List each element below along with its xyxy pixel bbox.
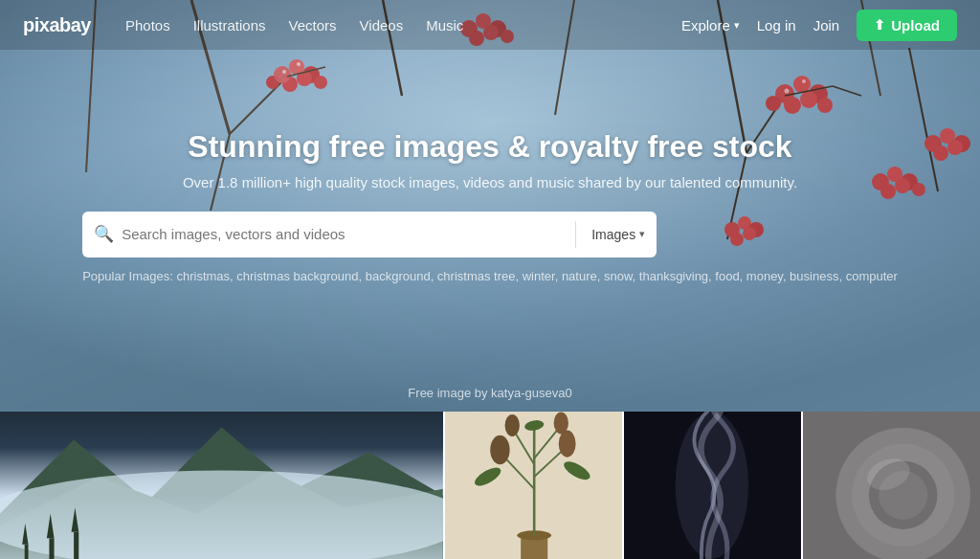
nav-links: Photos Illustrations Vectors Videos Musi… [125, 17, 681, 34]
svg-point-20 [274, 66, 291, 83]
svg-point-85 [675, 412, 748, 558]
navbar: pixabay Photos Illustrations Vectors Vid… [0, 0, 980, 50]
search-divider [575, 221, 576, 248]
explore-label: Explore [681, 17, 730, 34]
upload-button[interactable]: ⬆ Upload [857, 10, 957, 41]
nav-photos[interactable]: Photos [125, 17, 170, 34]
nav-videos[interactable]: Videos [360, 17, 404, 34]
nav-right: Explore ▾ Log in Join ⬆ Upload [681, 10, 957, 41]
login-link[interactable]: Log in [757, 17, 796, 34]
chevron-down-icon: ▾ [734, 19, 740, 32]
stone-svg [803, 412, 980, 559]
nav-music[interactable]: Music [426, 17, 463, 34]
logo-text: pixabay [23, 14, 91, 35]
thumbnail-botanical[interactable] [443, 412, 622, 559]
popular-label: Popular Images: [82, 269, 173, 283]
thumbnail-landscape[interactable] [0, 412, 443, 559]
svg-point-78 [558, 431, 575, 458]
upload-icon: ⬆ [874, 17, 885, 33]
hero-section: Stunning free images & royalty free stoc… [0, 0, 980, 412]
popular-searches: Popular Images: christmas, christmas bac… [82, 269, 898, 283]
svg-point-52 [933, 145, 948, 161]
svg-rect-65 [74, 532, 78, 559]
svg-point-56 [785, 89, 790, 94]
search-type-dropdown[interactable]: Images ▾ [591, 227, 645, 242]
svg-point-55 [297, 62, 301, 66]
upload-label: Upload [891, 17, 940, 34]
popular-tags-text[interactable]: christmas, christmas background, backgro… [176, 269, 897, 283]
chevron-down-icon: ▾ [639, 228, 645, 240]
svg-point-18 [314, 76, 327, 89]
nav-illustrations[interactable]: Illustrations [193, 17, 266, 34]
svg-point-62 [0, 471, 443, 559]
svg-point-31 [784, 97, 801, 114]
svg-point-77 [490, 436, 509, 465]
join-link[interactable]: Join [813, 17, 840, 34]
svg-point-34 [766, 96, 781, 111]
thumbnail-strip [0, 412, 980, 559]
search-type-label: Images [591, 227, 635, 242]
landscape-svg [0, 412, 443, 559]
hero-title: Stunning free images & royalty free stoc… [82, 129, 898, 165]
hero-subtitle: Over 1.8 million+ high quality stock ima… [82, 174, 898, 190]
smoke-svg [624, 412, 801, 559]
svg-rect-63 [49, 538, 54, 559]
svg-point-32 [800, 91, 817, 108]
svg-point-80 [553, 412, 568, 434]
hero-content: Stunning free images & royalty free stoc… [63, 129, 917, 283]
svg-point-33 [817, 98, 833, 113]
thumbnail-smoke[interactable] [622, 412, 801, 559]
logo[interactable]: pixabay [23, 14, 91, 36]
svg-point-53 [947, 140, 963, 155]
search-icon: 🔍 [94, 224, 114, 244]
nav-vectors[interactable]: Vectors [289, 17, 337, 34]
svg-rect-67 [25, 545, 29, 559]
svg-point-57 [802, 79, 806, 83]
explore-dropdown[interactable]: Explore ▾ [681, 17, 740, 34]
svg-point-29 [793, 76, 811, 93]
image-credit: Free image by katya-guseva0 [408, 386, 571, 400]
botanical-svg [445, 412, 622, 559]
svg-point-54 [282, 70, 286, 74]
svg-point-79 [504, 414, 519, 436]
thumbnail-stone[interactable] [801, 412, 980, 559]
search-bar: 🔍 Images ▾ [82, 212, 657, 257]
search-input[interactable] [122, 226, 560, 242]
